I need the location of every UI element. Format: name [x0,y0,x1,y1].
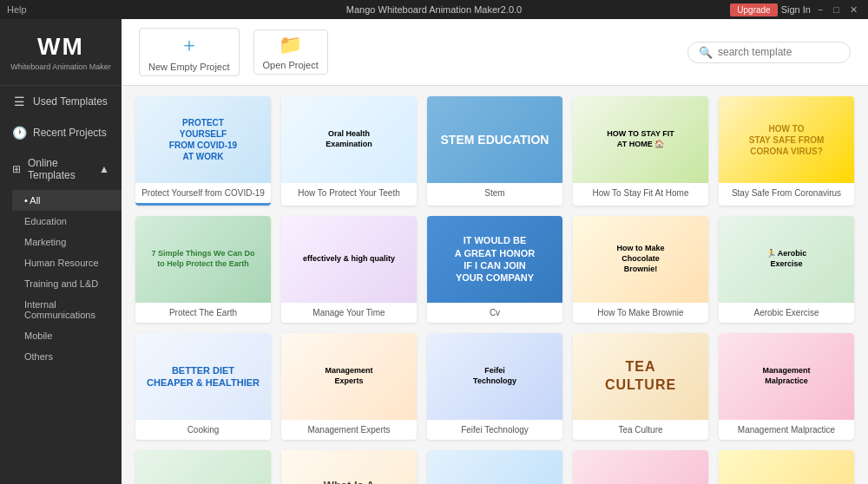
recent-projects-label: Recent Projects [33,127,107,139]
template-title-feifei: Feifei Technology [427,420,562,440]
template-thumb-text-workflow: What Is A WORKFLOW? [307,475,390,484]
categories-list: • All Education Marketing Human Resource… [0,190,122,367]
template-title-mgmt: Management Experts [281,420,417,440]
template-card-mgmt[interactable]: Management ExpertsManagement Experts [281,333,417,440]
template-title-stem: Stem [427,183,562,203]
search-box: 🔍 [687,42,851,63]
template-title-earth: Protect The Earth [135,303,271,323]
template-card-earth[interactable]: 7 Simple Things We Can Do to Help Protec… [135,216,271,323]
template-card-time[interactable]: effectively & high qualityManage Your Ti… [281,216,417,323]
sidebar: WM Whiteboard Animation Maker ☰ Used Tem… [0,19,122,484]
template-thumb-text-cv: IT WOULD BE A GREAT HONOR IF I CAN JOIN … [451,231,538,287]
open-project-button[interactable]: 📁 Open Project [253,29,328,75]
sidebar-nav: ☰ Used Templates 🕐 Recent Projects ⊞ Onl… [0,86,122,484]
template-thumb-workflow: What Is A WORKFLOW? [281,450,417,484]
category-education[interactable]: Education [12,211,122,232]
close-button[interactable]: ✕ [846,4,861,16]
template-card-covid[interactable]: PROTECT YOURSELF FROM COVID-19 AT WORKPr… [135,96,271,206]
category-all[interactable]: • All [12,190,122,211]
template-title-malpractice: Management Malpractice [719,420,854,440]
template-thumb-text-fit: HOW TO STAY FIT AT HOME 🏠 [603,126,678,153]
template-card-corona[interactable]: HOW TO STAY SAFE FROM CORONA VIRUS?Stay … [719,96,854,206]
template-thumb-text-earth: 7 Simple Things We Can Do to Help Protec… [148,245,259,272]
template-card-wordbook[interactable]: Word Book DayWord Book Day [427,450,562,484]
template-card-cooking[interactable]: BETTER DIET CHEAPER & HEALTHIERCooking [135,333,271,440]
category-training[interactable]: Training and L&D [12,273,122,294]
template-thumb-time: effectively & high quality [281,216,417,303]
template-card-fit[interactable]: HOW TO STAY FIT AT HOME 🏠How To Stay Fit… [573,96,708,206]
new-project-button[interactable]: ＋ New Empty Project [139,28,240,76]
maximize-button[interactable]: □ [830,4,843,15]
template-card-teeth[interactable]: Oral Health ExaminationHow To Protect Yo… [281,96,417,206]
template-thumb-fit: HOW TO STAY FIT AT HOME 🏠 [573,96,708,183]
template-thumb-teeth: Oral Health Examination [281,96,417,183]
template-card-stem[interactable]: STEM EDUCATIONStem [427,96,562,206]
category-internal[interactable]: Internal Communications [12,294,122,325]
online-templates-icon: ⊞ [12,163,21,175]
recent-projects-icon: 🕐 [12,126,26,140]
category-marketing[interactable]: Marketing [12,232,122,252]
template-card-cv[interactable]: IT WOULD BE A GREAT HONOR IF I CAN JOIN … [427,216,562,323]
template-thumb-covid: PROTECT YOURSELF FROM COVID-19 AT WORK [135,96,271,183]
upgrade-button[interactable]: Upgrade [730,3,777,16]
template-thumb-text-cooking: BETTER DIET CHEAPER & HEALTHIER [143,361,263,393]
template-card-aerobic[interactable]: 🏃 Aerobic ExerciseAerobic Exercise [719,216,854,323]
template-thumb-mgmt: Management Experts [281,333,417,420]
sidebar-item-used-templates[interactable]: ☰ Used Templates [0,86,122,117]
template-card-schedule[interactable]: Daily ScheduleDaily Schedule [573,450,708,484]
sidebar-item-recent-projects[interactable]: 🕐 Recent Projects [0,117,122,148]
minimize-button[interactable]: − [814,4,826,15]
template-card-workflow[interactable]: What Is A WORKFLOW?What Is A Workflow [281,450,417,484]
new-project-label: New Empty Project [148,62,230,72]
template-title-fit: How To Stay Fit At Home [573,183,708,203]
sidebar-item-online-templates[interactable]: ⊞ Online Templates ▲ [0,148,122,190]
template-thumb-graduated: 🎓 Graduated [719,450,854,484]
content-area: ＋ New Empty Project 📁 Open Project 🔍 PRO… [122,19,868,484]
template-card-malpractice[interactable]: Management MalpracticeManagement Malprac… [719,333,854,440]
template-title-time: Manage Your Time [281,303,417,323]
template-title-teeth: How To Protect Your Teeth [281,183,417,203]
template-card-feifei[interactable]: Feifei TechnologyFeifei Technology [427,333,562,440]
template-thumb-brownie: How to Make Chocolate Brownie! [573,216,708,303]
template-thumb-cv: IT WOULD BE A GREAT HONOR IF I CAN JOIN … [427,216,562,303]
template-card-graduated[interactable]: 🎓 GraduatedGraduated [719,450,854,484]
template-thumb-text-brownie: How to Make Chocolate Brownie! [613,240,667,278]
titlebar-controls: Upgrade Sign In − □ ✕ [730,3,861,16]
search-icon: 🔍 [699,46,713,59]
template-card-tea[interactable]: TEA CULTURETea Culture [573,333,708,440]
toolbar: ＋ New Empty Project 📁 Open Project 🔍 [122,19,868,86]
template-thumb-text-aerobic: 🏃 Aerobic Exercise [763,245,811,272]
used-templates-label: Used Templates [33,95,108,108]
template-thumb-wordbook: Word Book Day [427,450,562,484]
search-input[interactable] [718,46,839,58]
template-card-healthy[interactable]: Healthy LifestyleHealthy Lifestyle [135,450,271,484]
template-thumb-earth: 7 Simple Things We Can Do to Help Protec… [135,216,271,303]
template-thumb-text-healthy: Healthy Lifestyle [184,480,223,484]
template-thumb-text-time: effectively & high quality [299,251,398,268]
logo-wm: WM [10,33,111,61]
template-thumb-text-malpractice: Management Malpractice [759,363,813,389]
help-menu[interactable]: Help [7,4,27,15]
template-thumb-tea: TEA CULTURE [573,333,708,420]
category-others[interactable]: Others [12,346,122,367]
template-thumb-text-corona: HOW TO STAY SAFE FROM CORONA VIRUS? [746,120,828,160]
template-thumb-text-stem: STEM EDUCATION [437,128,553,151]
main-layout: WM Whiteboard Animation Maker ☰ Used Tem… [0,19,868,484]
template-title-aerobic: Aerobic Exercise [719,303,854,323]
template-title-brownie: How To Make Brownie [573,303,708,323]
template-thumb-text-covid: PROTECT YOURSELF FROM COVID-19 AT WORK [166,114,240,166]
template-thumb-text-feifei: Feifei Technology [470,363,520,389]
category-mobile[interactable]: Mobile [12,325,122,346]
signin-button[interactable]: Sign In [781,4,811,15]
templates-area: PROTECT YOURSELF FROM COVID-19 AT WORKPr… [122,86,868,484]
category-hr[interactable]: Human Resource [12,252,122,273]
online-templates-left: ⊞ Online Templates [12,157,92,181]
template-thumb-text-teeth: Oral Health Examination [322,126,376,153]
template-thumb-text-mgmt: Management Experts [321,363,376,389]
new-project-icon: ＋ [180,32,199,58]
template-thumb-schedule: Daily Schedule [573,450,708,484]
used-templates-icon: ☰ [12,95,26,108]
logo-subtitle: Whiteboard Animation Maker [10,62,111,71]
open-project-icon: 📁 [279,34,302,56]
template-card-brownie[interactable]: How to Make Chocolate Brownie!How To Mak… [573,216,708,323]
